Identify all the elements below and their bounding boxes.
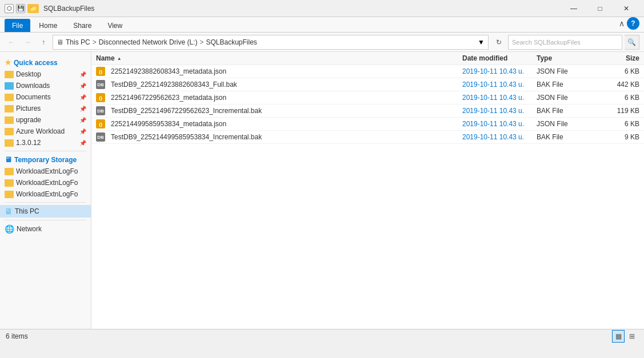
sidebar-item-workload-3[interactable]: WorkloadExtnLogFo bbox=[0, 188, 91, 200]
file-name: TestDB9_225214967229562623_Incremental.b… bbox=[111, 107, 262, 115]
sidebar-item-pictures[interactable]: Pictures 📌 bbox=[0, 103, 91, 114]
sidebar-item-workload-1[interactable]: WorkloadExtnLogFo bbox=[0, 166, 91, 177]
folder-icon-downloads bbox=[5, 82, 14, 90]
tab-share[interactable]: Share bbox=[66, 19, 99, 32]
search-box[interactable]: Search SQLBackupFiles bbox=[508, 35, 622, 50]
column-size[interactable]: Size bbox=[594, 54, 639, 62]
folder-icon-upgrade bbox=[5, 116, 14, 124]
table-row[interactable]: DB TestDB9_225214499585953834_Incrementa… bbox=[91, 131, 644, 144]
file-ext-badge: DB bbox=[96, 80, 105, 89]
file-type-icon: {} bbox=[96, 93, 105, 102]
sidebar-item-workload-2[interactable]: WorkloadExtnLogFo bbox=[0, 177, 91, 188]
sidebar-item-upgrade[interactable]: upgrade 📌 bbox=[0, 114, 91, 126]
desktop-label: Desktop bbox=[16, 70, 41, 78]
column-type[interactable]: Type bbox=[537, 54, 594, 62]
file-date: 2019-10-11 10.43 u. bbox=[462, 67, 537, 75]
file-name-col: {} 225214499585953834_metadata.json bbox=[96, 119, 462, 128]
tab-file[interactable]: File bbox=[5, 19, 30, 32]
window-controls: — □ ✕ bbox=[561, 0, 639, 17]
file-date: 2019-10-11 10.43 u. bbox=[462, 133, 537, 141]
tab-view[interactable]: View bbox=[100, 19, 130, 32]
title-text: SQLBackupFiles bbox=[43, 5, 561, 13]
folder-icon-desktop bbox=[5, 71, 14, 78]
file-name: 225214499585953834_metadata.json bbox=[111, 120, 226, 128]
file-type-icon: {} bbox=[96, 67, 105, 76]
large-icons-view-button[interactable]: ⊞ bbox=[626, 330, 638, 343]
address-part-folder: SQLBackupFiles bbox=[206, 38, 257, 46]
address-part-drive: Disconnected Network Drive (L:) bbox=[99, 38, 198, 46]
table-row[interactable]: {} 225214499585953834_metadata.json 2019… bbox=[91, 118, 644, 131]
ribbon-tabs: File Home Share View ∧ ? bbox=[0, 17, 644, 32]
pictures-label: Pictures bbox=[16, 104, 41, 112]
pin-icon-desktop: 📌 bbox=[79, 71, 86, 78]
network-label: Network bbox=[17, 225, 42, 233]
tab-home[interactable]: Home bbox=[31, 19, 65, 32]
forward-button[interactable]: → bbox=[21, 35, 34, 49]
back-button[interactable]: ← bbox=[5, 35, 18, 49]
table-row[interactable]: DB TestDB9_225214967229562623_Incrementa… bbox=[91, 104, 644, 118]
column-name-label: Name bbox=[96, 54, 115, 62]
sidebar-item-version[interactable]: 1.3.0.12 📌 bbox=[0, 137, 91, 148]
file-ext-badge: {} bbox=[96, 93, 105, 102]
sidebar-item-downloads[interactable]: Downloads 📌 bbox=[0, 80, 91, 91]
file-name-col: DB TestDB9_225214499585953834_Incrementa… bbox=[96, 132, 462, 142]
documents-label: Documents bbox=[16, 93, 51, 101]
file-type: JSON File bbox=[537, 120, 594, 128]
table-row[interactable]: {} 225214967229562623_metadata.json 2019… bbox=[91, 91, 644, 104]
table-row[interactable]: DB TestDB9_225214923882608343_Full.bak 2… bbox=[91, 78, 644, 91]
file-name-col: {} 225214967229562623_metadata.json bbox=[96, 93, 462, 102]
file-ext-badge: DB bbox=[96, 132, 105, 142]
sidebar-item-desktop[interactable]: Desktop 📌 bbox=[0, 69, 91, 80]
file-type-icon: DB bbox=[96, 106, 105, 115]
file-name: TestDB9_225214923882608343_Full.bak bbox=[111, 81, 237, 89]
sidebar-item-network[interactable]: 🌐 Network bbox=[0, 223, 91, 235]
file-size: 119 KB bbox=[594, 107, 639, 115]
file-list-area: Name ▲ Date modified Type Size {} 225214… bbox=[91, 52, 644, 329]
ribbon-collapse-button[interactable]: ∧ bbox=[619, 19, 625, 28]
item-count: 6 items bbox=[6, 332, 28, 340]
search-button[interactable]: 🔍 bbox=[625, 35, 639, 50]
table-row[interactable]: {} 225214923882608343_metadata.json 2019… bbox=[91, 65, 644, 78]
maximize-button[interactable]: □ bbox=[587, 0, 613, 17]
file-ext-badge: {} bbox=[96, 67, 105, 76]
help-button[interactable]: ? bbox=[627, 17, 639, 30]
sidebar-section-quick-access: ★ Quick access Desktop 📌 Downloads 📌 Doc… bbox=[0, 57, 91, 148]
minimize-button[interactable]: — bbox=[561, 0, 587, 17]
view-buttons: ▦ ⊞ bbox=[612, 330, 638, 343]
pin-icon-pictures: 📌 bbox=[79, 106, 86, 112]
folder-icon: 📁 bbox=[27, 4, 39, 13]
pin-icon-azure: 📌 bbox=[79, 128, 86, 135]
sidebar-sep-1 bbox=[5, 151, 86, 151]
pin-icon-version: 📌 bbox=[79, 140, 86, 146]
column-name[interactable]: Name ▲ bbox=[96, 54, 462, 62]
up-button[interactable]: ↑ bbox=[37, 35, 50, 49]
address-chevron-icon: ▼ bbox=[478, 38, 485, 46]
folder-icon-documents bbox=[5, 94, 14, 101]
column-date-label: Date modified bbox=[462, 54, 507, 62]
file-date: 2019-10-11 10.43 u. bbox=[462, 120, 537, 128]
sidebar-item-azure-workload[interactable]: Azure Workload 📌 bbox=[0, 126, 91, 137]
sidebar-item-documents[interactable]: Documents 📌 bbox=[0, 91, 91, 103]
column-type-label: Type bbox=[537, 54, 552, 62]
details-view-button[interactable]: ▦ bbox=[612, 330, 625, 343]
workload-1-label: WorkloadExtnLogFo bbox=[16, 167, 78, 175]
sidebar-item-temp-storage[interactable]: 🖥 Temporary Storage bbox=[0, 154, 91, 166]
this-pc-label: This PC bbox=[15, 207, 39, 215]
save-icon[interactable]: 💾 bbox=[16, 4, 25, 13]
upgrade-label: upgrade bbox=[16, 116, 41, 124]
address-bar[interactable]: 🖥 This PC > Disconnected Network Drive (… bbox=[53, 35, 489, 50]
file-name: 225214967229562623_metadata.json bbox=[111, 94, 226, 102]
sidebar-item-quick-access[interactable]: ★ Quick access bbox=[0, 57, 91, 69]
sidebar-item-this-pc[interactable]: 🖥 This PC bbox=[0, 205, 91, 218]
file-size: 6 KB bbox=[594, 120, 639, 128]
file-size: 442 KB bbox=[594, 81, 639, 89]
file-size: 6 KB bbox=[594, 67, 639, 75]
column-date[interactable]: Date modified bbox=[462, 54, 537, 62]
close-button[interactable]: ✕ bbox=[613, 0, 639, 17]
refresh-button[interactable]: ↻ bbox=[492, 35, 506, 49]
star-icon: ★ bbox=[5, 58, 11, 67]
network-icon: 🌐 bbox=[5, 224, 14, 234]
folder-icon-workload-3 bbox=[5, 191, 14, 198]
quick-access-icon[interactable]: ⬡ bbox=[5, 4, 14, 13]
file-type: BAK File bbox=[537, 81, 594, 89]
